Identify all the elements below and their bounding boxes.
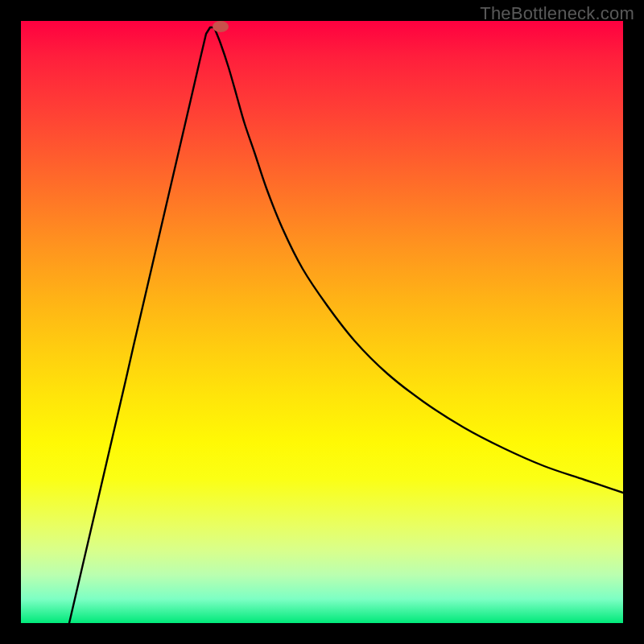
chart-plot-area: [21, 21, 623, 623]
chart-svg: [21, 21, 623, 623]
curve-left-branch: [69, 27, 214, 623]
curve-right-branch: [214, 27, 623, 493]
minimum-marker: [213, 21, 229, 32]
watermark-text: TheBottleneck.com: [480, 3, 634, 24]
